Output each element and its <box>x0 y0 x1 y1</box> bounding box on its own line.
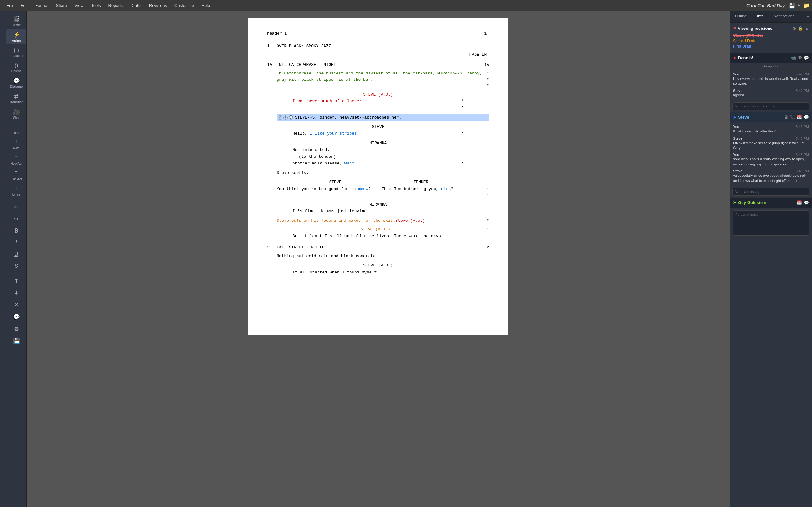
menu-format[interactable]: Format <box>32 2 52 9</box>
steve-chat-icon[interactable]: 💬 <box>804 115 809 119</box>
msg-time-6: 5:48 PM <box>796 169 809 173</box>
dennis-eye-icon[interactable]: 👁 <box>798 55 802 60</box>
script-area[interactable]: header 1 1. 1 OVER BLACK: SMOKY JAZZ. 1 … <box>27 11 729 507</box>
msg-time-3: 5:46 PM <box>796 125 809 129</box>
msg-body-1: Hey everyone -- this is working well. Re… <box>733 76 809 86</box>
revision-info-icon[interactable]: ℹ <box>283 115 288 120</box>
parenthetical-tender: (to the tender) <box>267 154 489 160</box>
revision-cherry[interactable]: Cherry (06/07/18) <box>733 33 809 38</box>
steve-desktop-icon[interactable]: 🖥 <box>784 115 788 119</box>
steve-msg-3: You 5:48 PM solid idea. That's a really … <box>733 153 809 167</box>
msg-body-5: solid idea. That's a really exciting way… <box>733 157 809 167</box>
char-tender-dual: TENDER <box>378 179 464 185</box>
right-panel-close[interactable]: — <box>804 11 812 22</box>
sidebar-item-underline[interactable]: U <box>6 249 26 260</box>
sidebar-item-scene[interactable]: 🎬 Scene <box>6 14 26 29</box>
menu-share[interactable]: Share <box>52 2 71 9</box>
sidebar-item-text-label: Text <box>13 131 19 135</box>
chat-header-dennis[interactable]: ➤ Dennis! 📹 👁 💬 <box>730 53 812 63</box>
settings-icon: ⚙ <box>14 326 19 332</box>
sidebar: 🎬 Scene ⚡ Action ( ) Character () Parens… <box>6 11 27 507</box>
folder-icon[interactable]: 📁 <box>803 3 809 9</box>
sidebar-item-bold[interactable]: B <box>6 226 26 237</box>
revisions-lock-icon[interactable]: 🔒 <box>798 26 803 31</box>
menu-customize[interactable]: Customize <box>171 2 198 9</box>
left-collapse-button[interactable]: ‹ <box>0 11 6 507</box>
page-num-1a: 1A <box>484 62 489 68</box>
sidebar-item-upload[interactable]: ⬆ <box>6 275 26 287</box>
upload-icon: ⬆ <box>14 277 19 284</box>
sidebar-item-note[interactable]: ! Note <box>6 137 26 152</box>
remove-icon: ✕ <box>14 301 19 308</box>
sidebar-item-character[interactable]: ( ) Character <box>6 45 26 60</box>
save-icon[interactable]: 💾 <box>789 3 795 9</box>
revisions-close-icon[interactable]: ✕ <box>733 26 737 31</box>
steve-header-icons: 🖥 📞 📅 💬 <box>784 115 809 119</box>
tab-notifications[interactable]: Notifications <box>768 11 799 22</box>
dennis-input-area <box>730 101 812 112</box>
group-chat-label[interactable]: Group chat <box>730 63 812 70</box>
menu-reports[interactable]: Reports <box>105 2 127 9</box>
sidebar-item-shot[interactable]: 🎥 Shot <box>6 107 26 121</box>
sidebar-item-download[interactable]: ⬇ <box>6 287 26 299</box>
share-icon[interactable]: ➤ <box>798 3 801 9</box>
dennis-chat-icon[interactable]: 💬 <box>804 55 809 60</box>
sidebar-item-dialogue[interactable]: 💬 Dialogue <box>6 75 26 90</box>
tab-outline[interactable]: Outline <box>730 11 752 22</box>
character-steve-vo-changed: STEVE (V.O.) * <box>267 226 489 233</box>
sidebar-item-redo[interactable]: ↪ <box>6 214 26 225</box>
parens-icon: () <box>14 62 18 69</box>
sidebar-item-parens[interactable]: () Parens <box>6 60 26 75</box>
menu-revisions[interactable]: Revisions <box>145 2 171 9</box>
dennis-name: Dennis! <box>738 55 753 60</box>
revision-first-draft[interactable]: First Draft <box>733 44 809 49</box>
revisions-up-icon[interactable]: ▲ <box>805 26 809 31</box>
revision-second-draft[interactable]: Second Draft <box>733 39 809 43</box>
menu-edit[interactable]: Edit <box>17 2 32 9</box>
sidebar-item-action[interactable]: ⚡ Action <box>6 30 26 44</box>
dialogue-steve-vo-1: I was never much of a looker. ** <box>267 98 489 111</box>
sidebar-item-lyrics[interactable]: ♪ Lyrics <box>6 183 26 198</box>
steve-message-input[interactable] <box>732 188 809 195</box>
sidebar-item-dialogue-label: Dialogue <box>10 85 22 89</box>
dual-dialogue-chars: STEVE TENDER <box>267 179 489 185</box>
revisions-settings-icon[interactable]: ⊘ <box>792 26 796 31</box>
sidebar-item-text[interactable]: ≡ Text <box>6 122 26 136</box>
revision-undo-icon[interactable]: ↩ <box>278 115 282 120</box>
sidebar-item-italic[interactable]: I <box>6 237 26 248</box>
steve-calendar-icon[interactable]: 📅 <box>797 115 802 119</box>
sidebar-item-new-act[interactable]: ❝ New Act <box>6 153 26 167</box>
menu-tools[interactable]: Tools <box>87 2 104 9</box>
sidebar-item-chat[interactable]: 💬 <box>6 312 26 323</box>
revision-chat-icon[interactable]: 💬 <box>289 115 293 120</box>
menu-drafts[interactable]: Drafts <box>126 2 145 9</box>
sidebar-item-transition[interactable]: ⇄ Transition <box>6 91 26 106</box>
dennis-video-icon[interactable]: 📹 <box>791 55 796 60</box>
chat-header-guy[interactable]: ➤ Guy Goldstein 📅 💬 <box>730 198 812 208</box>
guy-calendar-icon[interactable]: 📅 <box>797 200 802 205</box>
dialogue-miranda-1: Not interested. <box>267 147 489 153</box>
sidebar-item-note-label: Note <box>13 147 20 150</box>
sidebar-item-lyrics-label: Lyrics <box>12 193 20 196</box>
sidebar-item-end-act[interactable]: ❞ End Act <box>6 168 26 183</box>
msg-time-5: 5:48 PM <box>796 153 809 157</box>
chat-header-steve[interactable]: ➤ Steve 🖥 📞 📅 💬 <box>730 112 812 122</box>
menu-help[interactable]: Help <box>198 2 214 9</box>
sidebar-item-undo[interactable]: ↩ <box>6 202 26 213</box>
sidebar-item-save[interactable]: 💾 <box>6 336 26 347</box>
sidebar-item-remove[interactable]: ✕ <box>6 299 26 311</box>
personal-notes-input[interactable] <box>733 210 809 236</box>
right-panel: Outline Info Notifications — ✕ Viewing r… <box>729 11 812 507</box>
action-highlighted-steve: ↩ ℹ 💬 STEVE--5, ginger, heavyset--approa… <box>276 114 489 121</box>
menu-file[interactable]: File <box>3 2 17 9</box>
menu-view[interactable]: View <box>71 2 87 9</box>
sidebar-item-parens-label: Parens <box>11 69 21 73</box>
guy-chat-icon[interactable]: 💬 <box>804 200 809 205</box>
sidebar-item-end-act-label: End Act <box>11 177 21 181</box>
sidebar-item-strikethrough[interactable]: S <box>6 261 26 272</box>
revisions-title-text: Viewing revisions <box>738 26 773 31</box>
dennis-message-input[interactable] <box>732 102 809 110</box>
tab-info[interactable]: Info <box>752 11 768 22</box>
steve-phone-icon[interactable]: 📞 <box>790 115 795 119</box>
sidebar-item-settings[interactable]: ⚙ <box>6 324 26 335</box>
